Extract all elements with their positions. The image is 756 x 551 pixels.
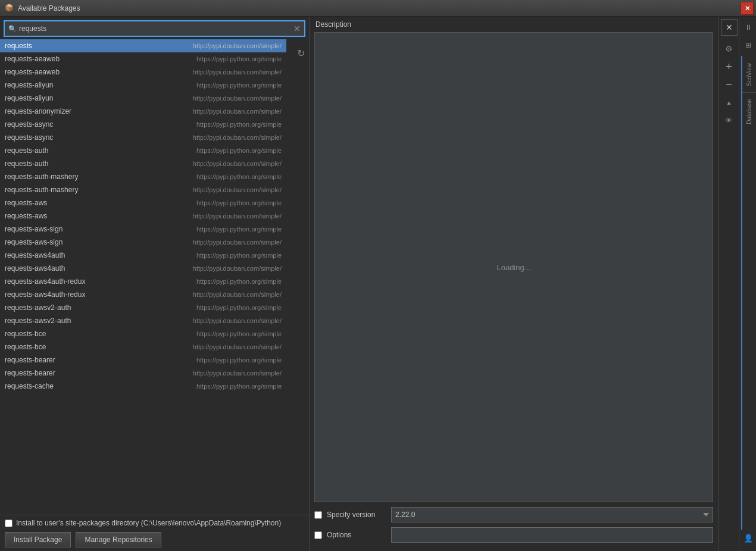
far-right-panel: ⏸ ⊞ ScriView Database 👤 [739, 17, 756, 551]
reload-button[interactable]: ↻ [292, 43, 309, 59]
button-row: Install Package Manage Repositories [5, 532, 304, 547]
package-source: https://pypi.python.org/simple [196, 383, 282, 390]
package-source: https://pypi.python.org/simple [196, 252, 282, 259]
package-source: https://pypi.python.org/simple [196, 173, 282, 180]
package-row[interactable]: requests-aws-signhttp://pypi.douban.com/… [0, 236, 286, 249]
right-panel: Description Loading... Specify version 2… [310, 17, 718, 551]
package-row[interactable]: requests-authhttps://pypi.python.org/sim… [0, 144, 286, 157]
package-source: https://pypi.python.org/simple [196, 304, 282, 311]
package-row[interactable]: requests-aeawebhttps://pypi.python.org/s… [0, 52, 286, 65]
package-row[interactable]: requests-aws-signhttps://pypi.python.org… [0, 223, 286, 236]
package-row[interactable]: requests-awshttps://pypi.python.org/simp… [0, 196, 286, 209]
package-name: requests-aws-sign [5, 238, 193, 246]
description-box: Loading... [314, 32, 713, 502]
right-sidebar: ✕ ⚙ + − ▲ 👁 [718, 17, 739, 551]
package-row[interactable]: requests-bearerhttps://pypi.python.org/s… [0, 353, 286, 367]
search-clear-icon[interactable]: ✕ [293, 24, 301, 33]
package-source: https://pypi.python.org/simple [196, 147, 282, 154]
package-row[interactable]: requests-aeawebhttp://pypi.douban.com/si… [0, 65, 286, 79]
sidebar-scroll-up-button[interactable]: ▲ [721, 94, 738, 111]
package-row[interactable]: requests-awshttp://pypi.douban.com/simpl… [0, 209, 286, 223]
package-name: requests-aliyun [5, 81, 196, 89]
package-name: requests-auth-mashery [5, 186, 193, 194]
package-row[interactable]: requests-asynchttps://pypi.python.org/si… [0, 118, 286, 131]
package-source: http://pypi.douban.com/simple/ [193, 134, 282, 141]
install-checkbox[interactable] [5, 519, 13, 527]
install-package-button[interactable]: Install Package [5, 532, 71, 547]
package-name: requests-bce [5, 343, 193, 351]
package-source: https://pypi.python.org/simple [196, 278, 282, 285]
package-row[interactable]: requests-bcehttp://pypi.douban.com/simpl… [0, 340, 286, 353]
package-name: requests-aws-sign [5, 225, 196, 233]
search-input[interactable] [19, 24, 293, 33]
package-row[interactable]: requests-aliyunhttp://pypi.douban.com/si… [0, 92, 286, 105]
package-row[interactable]: requests-aws4authhttps://pypi.python.org… [0, 249, 286, 262]
package-source: https://pypi.python.org/simple [196, 199, 282, 206]
package-source: https://pypi.python.org/simple [196, 356, 282, 364]
package-row[interactable]: requests-auth-masheryhttp://pypi.douban.… [0, 183, 286, 196]
package-name: requests-async [5, 133, 193, 142]
database-tab[interactable]: Database [743, 94, 755, 129]
package-row[interactable]: requests-awsv2-authhttp://pypi.douban.co… [0, 314, 286, 327]
package-name: requests-aws4auth [5, 264, 193, 273]
options-row: Options [314, 527, 713, 543]
package-row[interactable]: requests-authhttp://pypi.douban.com/simp… [0, 157, 286, 170]
package-row[interactable]: requests-awsv2-authhttps://pypi.python.o… [0, 301, 286, 314]
package-row[interactable]: requests-aws4authhttp://pypi.douban.com/… [0, 262, 286, 275]
sidebar-minus-button[interactable]: − [721, 76, 738, 93]
far-right-grid-button[interactable]: ⊞ [740, 37, 757, 54]
package-name: requests-async [5, 120, 196, 129]
package-list: requestshttp://pypi.douban.com/simple/re… [0, 39, 286, 515]
close-button[interactable]: ✕ [741, 2, 754, 15]
package-name: requests-awsv2-auth [5, 303, 196, 312]
package-name: requests-anonymizer [5, 107, 193, 115]
package-name: requests-cache [5, 382, 196, 390]
package-row[interactable]: requests-bearerhttp://pypi.douban.com/si… [0, 367, 286, 380]
package-source: http://pypi.douban.com/simple/ [193, 239, 282, 246]
loading-text: Loading... [496, 263, 530, 272]
sidebar-plus-button[interactable]: + [721, 58, 738, 75]
sidebar-eye-button[interactable]: 👁 [721, 112, 738, 129]
package-source: https://pypi.python.org/simple [196, 121, 282, 128]
far-right-person-button[interactable]: 👤 [740, 530, 757, 546]
package-name: requests-auth [5, 146, 196, 155]
package-name: requests-aeaweb [5, 68, 193, 76]
options-checkbox[interactable] [314, 531, 322, 539]
title-icon: 📦 [5, 4, 14, 13]
scriview-tab[interactable]: ScriView [743, 58, 755, 91]
manage-repositories-button[interactable]: Manage Repositories [76, 532, 161, 547]
install-checkbox-row: Install to user's site-packages director… [5, 519, 304, 527]
package-row[interactable]: requests-asynchttp://pypi.douban.com/sim… [0, 131, 286, 144]
package-name: requests-aws [5, 212, 193, 220]
package-name: requests-bearer [5, 356, 196, 364]
far-right-pause-button[interactable]: ⏸ [740, 19, 757, 36]
package-row[interactable]: requests-anonymizerhttp://pypi.douban.co… [0, 105, 286, 118]
package-source: http://pypi.douban.com/simple/ [193, 108, 282, 115]
package-source: http://pypi.douban.com/simple/ [193, 186, 282, 193]
package-name: requests-aeaweb [5, 55, 196, 63]
package-row[interactable]: requests-cachehttps://pypi.python.org/si… [0, 380, 286, 393]
package-name: requests-awsv2-auth [5, 317, 193, 325]
package-source: http://pypi.douban.com/simple/ [193, 291, 282, 298]
package-row[interactable]: requests-aws4auth-reduxhttp://pypi.douba… [0, 288, 286, 301]
options-input[interactable] [391, 527, 713, 543]
package-name: requests-aws4auth [5, 251, 196, 259]
package-row[interactable]: requests-aliyunhttps://pypi.python.org/s… [0, 79, 286, 92]
package-name: requests-bearer [5, 369, 193, 377]
package-row[interactable]: requests-auth-masheryhttps://pypi.python… [0, 170, 286, 183]
package-row[interactable]: requests-aws4auth-reduxhttps://pypi.pyth… [0, 275, 286, 288]
version-select[interactable]: 2.22.0 [391, 507, 713, 522]
package-row[interactable]: requests-bcehttps://pypi.python.org/simp… [0, 327, 286, 340]
package-source: http://pypi.douban.com/simple/ [193, 265, 282, 272]
package-name: requests-auth-mashery [5, 173, 196, 181]
sidebar-gear-button[interactable]: ⚙ [721, 40, 738, 57]
package-source: http://pypi.douban.com/simple/ [193, 68, 282, 76]
search-icon: 🔍 [8, 25, 17, 33]
package-name: requests-aws4auth-redux [5, 290, 193, 299]
package-row[interactable]: requestshttp://pypi.douban.com/simple/ [0, 39, 286, 52]
sidebar-close-button[interactable]: ✕ [721, 19, 738, 36]
package-source: http://pypi.douban.com/simple/ [193, 343, 282, 350]
specify-version-checkbox[interactable] [314, 511, 322, 519]
package-source: https://pypi.python.org/simple [196, 226, 282, 233]
package-name: requests-auth [5, 159, 193, 168]
